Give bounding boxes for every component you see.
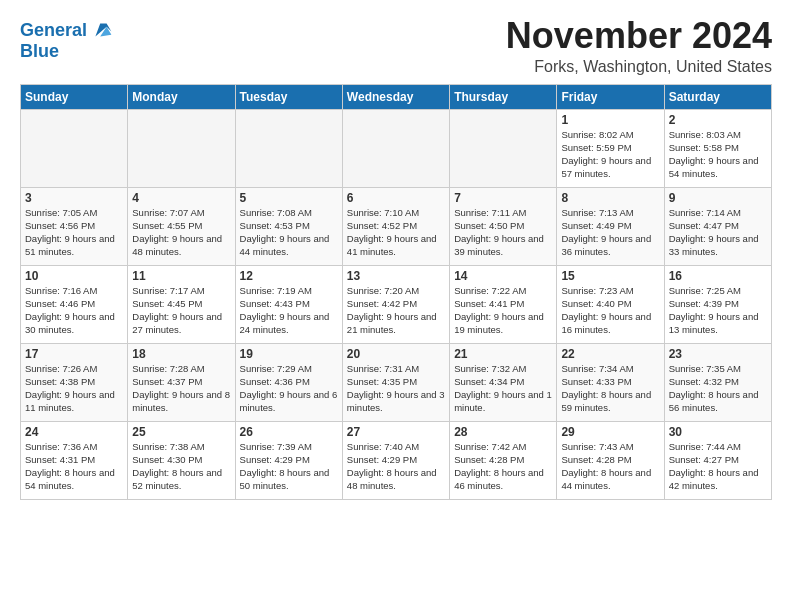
calendar-header-row: Sunday Monday Tuesday Wednesday Thursday… <box>21 84 772 109</box>
calendar-cell: 28Sunrise: 7:42 AM Sunset: 4:28 PM Dayli… <box>450 421 557 499</box>
day-detail: Sunrise: 8:02 AM Sunset: 5:59 PM Dayligh… <box>561 128 659 181</box>
calendar-cell: 25Sunrise: 7:38 AM Sunset: 4:30 PM Dayli… <box>128 421 235 499</box>
calendar-cell: 21Sunrise: 7:32 AM Sunset: 4:34 PM Dayli… <box>450 343 557 421</box>
day-detail: Sunrise: 7:43 AM Sunset: 4:28 PM Dayligh… <box>561 440 659 493</box>
day-detail: Sunrise: 7:40 AM Sunset: 4:29 PM Dayligh… <box>347 440 445 493</box>
calendar-cell: 11Sunrise: 7:17 AM Sunset: 4:45 PM Dayli… <box>128 265 235 343</box>
day-detail: Sunrise: 7:34 AM Sunset: 4:33 PM Dayligh… <box>561 362 659 415</box>
calendar-cell <box>128 109 235 187</box>
calendar-cell <box>342 109 449 187</box>
calendar-cell: 6Sunrise: 7:10 AM Sunset: 4:52 PM Daylig… <box>342 187 449 265</box>
calendar-cell: 10Sunrise: 7:16 AM Sunset: 4:46 PM Dayli… <box>21 265 128 343</box>
day-detail: Sunrise: 7:19 AM Sunset: 4:43 PM Dayligh… <box>240 284 338 337</box>
calendar-cell: 4Sunrise: 7:07 AM Sunset: 4:55 PM Daylig… <box>128 187 235 265</box>
calendar-week-5: 24Sunrise: 7:36 AM Sunset: 4:31 PM Dayli… <box>21 421 772 499</box>
calendar-cell: 20Sunrise: 7:31 AM Sunset: 4:35 PM Dayli… <box>342 343 449 421</box>
day-detail: Sunrise: 8:03 AM Sunset: 5:58 PM Dayligh… <box>669 128 767 181</box>
day-number: 24 <box>25 425 123 439</box>
day-number: 4 <box>132 191 230 205</box>
day-detail: Sunrise: 7:23 AM Sunset: 4:40 PM Dayligh… <box>561 284 659 337</box>
calendar-week-2: 3Sunrise: 7:05 AM Sunset: 4:56 PM Daylig… <box>21 187 772 265</box>
day-number: 2 <box>669 113 767 127</box>
day-detail: Sunrise: 7:10 AM Sunset: 4:52 PM Dayligh… <box>347 206 445 259</box>
day-number: 1 <box>561 113 659 127</box>
day-number: 26 <box>240 425 338 439</box>
day-number: 30 <box>669 425 767 439</box>
location-title: Forks, Washington, United States <box>506 58 772 76</box>
calendar-week-4: 17Sunrise: 7:26 AM Sunset: 4:38 PM Dayli… <box>21 343 772 421</box>
calendar-cell: 18Sunrise: 7:28 AM Sunset: 4:37 PM Dayli… <box>128 343 235 421</box>
day-number: 3 <box>25 191 123 205</box>
logo-icon <box>89 18 113 42</box>
header-tuesday: Tuesday <box>235 84 342 109</box>
day-number: 15 <box>561 269 659 283</box>
day-detail: Sunrise: 7:17 AM Sunset: 4:45 PM Dayligh… <box>132 284 230 337</box>
day-number: 18 <box>132 347 230 361</box>
day-detail: Sunrise: 7:31 AM Sunset: 4:35 PM Dayligh… <box>347 362 445 415</box>
day-number: 11 <box>132 269 230 283</box>
calendar-cell: 8Sunrise: 7:13 AM Sunset: 4:49 PM Daylig… <box>557 187 664 265</box>
title-area: November 2024 Forks, Washington, United … <box>506 16 772 76</box>
header-friday: Friday <box>557 84 664 109</box>
day-detail: Sunrise: 7:39 AM Sunset: 4:29 PM Dayligh… <box>240 440 338 493</box>
calendar-cell: 19Sunrise: 7:29 AM Sunset: 4:36 PM Dayli… <box>235 343 342 421</box>
day-number: 27 <box>347 425 445 439</box>
logo-text-line1: General <box>20 21 87 41</box>
day-detail: Sunrise: 7:07 AM Sunset: 4:55 PM Dayligh… <box>132 206 230 259</box>
calendar-cell: 12Sunrise: 7:19 AM Sunset: 4:43 PM Dayli… <box>235 265 342 343</box>
day-detail: Sunrise: 7:05 AM Sunset: 4:56 PM Dayligh… <box>25 206 123 259</box>
day-detail: Sunrise: 7:11 AM Sunset: 4:50 PM Dayligh… <box>454 206 552 259</box>
header-saturday: Saturday <box>664 84 771 109</box>
calendar-cell: 27Sunrise: 7:40 AM Sunset: 4:29 PM Dayli… <box>342 421 449 499</box>
calendar-cell: 3Sunrise: 7:05 AM Sunset: 4:56 PM Daylig… <box>21 187 128 265</box>
calendar-cell: 30Sunrise: 7:44 AM Sunset: 4:27 PM Dayli… <box>664 421 771 499</box>
calendar-cell: 22Sunrise: 7:34 AM Sunset: 4:33 PM Dayli… <box>557 343 664 421</box>
day-number: 23 <box>669 347 767 361</box>
day-number: 10 <box>25 269 123 283</box>
page: General Blue November 2024 Forks, Washin… <box>0 0 792 510</box>
calendar-cell: 14Sunrise: 7:22 AM Sunset: 4:41 PM Dayli… <box>450 265 557 343</box>
day-number: 8 <box>561 191 659 205</box>
day-number: 7 <box>454 191 552 205</box>
calendar-week-3: 10Sunrise: 7:16 AM Sunset: 4:46 PM Dayli… <box>21 265 772 343</box>
day-number: 25 <box>132 425 230 439</box>
day-detail: Sunrise: 7:20 AM Sunset: 4:42 PM Dayligh… <box>347 284 445 337</box>
logo: General Blue <box>20 20 113 62</box>
day-number: 9 <box>669 191 767 205</box>
calendar-week-1: 1Sunrise: 8:02 AM Sunset: 5:59 PM Daylig… <box>21 109 772 187</box>
calendar-table: Sunday Monday Tuesday Wednesday Thursday… <box>20 84 772 500</box>
calendar-cell: 5Sunrise: 7:08 AM Sunset: 4:53 PM Daylig… <box>235 187 342 265</box>
header-wednesday: Wednesday <box>342 84 449 109</box>
day-number: 13 <box>347 269 445 283</box>
calendar-cell <box>450 109 557 187</box>
day-detail: Sunrise: 7:38 AM Sunset: 4:30 PM Dayligh… <box>132 440 230 493</box>
day-detail: Sunrise: 7:35 AM Sunset: 4:32 PM Dayligh… <box>669 362 767 415</box>
day-detail: Sunrise: 7:25 AM Sunset: 4:39 PM Dayligh… <box>669 284 767 337</box>
day-number: 5 <box>240 191 338 205</box>
day-detail: Sunrise: 7:28 AM Sunset: 4:37 PM Dayligh… <box>132 362 230 415</box>
day-number: 12 <box>240 269 338 283</box>
day-detail: Sunrise: 7:08 AM Sunset: 4:53 PM Dayligh… <box>240 206 338 259</box>
header-thursday: Thursday <box>450 84 557 109</box>
calendar-cell: 24Sunrise: 7:36 AM Sunset: 4:31 PM Dayli… <box>21 421 128 499</box>
calendar-cell: 29Sunrise: 7:43 AM Sunset: 4:28 PM Dayli… <box>557 421 664 499</box>
calendar-cell: 7Sunrise: 7:11 AM Sunset: 4:50 PM Daylig… <box>450 187 557 265</box>
calendar-cell: 9Sunrise: 7:14 AM Sunset: 4:47 PM Daylig… <box>664 187 771 265</box>
calendar-cell: 15Sunrise: 7:23 AM Sunset: 4:40 PM Dayli… <box>557 265 664 343</box>
logo-text-line2: Blue <box>20 42 113 62</box>
calendar-cell: 26Sunrise: 7:39 AM Sunset: 4:29 PM Dayli… <box>235 421 342 499</box>
day-detail: Sunrise: 7:36 AM Sunset: 4:31 PM Dayligh… <box>25 440 123 493</box>
calendar-cell: 2Sunrise: 8:03 AM Sunset: 5:58 PM Daylig… <box>664 109 771 187</box>
calendar-cell <box>21 109 128 187</box>
calendar-cell: 13Sunrise: 7:20 AM Sunset: 4:42 PM Dayli… <box>342 265 449 343</box>
day-number: 21 <box>454 347 552 361</box>
day-number: 22 <box>561 347 659 361</box>
calendar-cell: 23Sunrise: 7:35 AM Sunset: 4:32 PM Dayli… <box>664 343 771 421</box>
day-number: 20 <box>347 347 445 361</box>
day-detail: Sunrise: 7:42 AM Sunset: 4:28 PM Dayligh… <box>454 440 552 493</box>
header: General Blue November 2024 Forks, Washin… <box>20 16 772 76</box>
day-detail: Sunrise: 7:32 AM Sunset: 4:34 PM Dayligh… <box>454 362 552 415</box>
calendar-cell: 16Sunrise: 7:25 AM Sunset: 4:39 PM Dayli… <box>664 265 771 343</box>
day-detail: Sunrise: 7:13 AM Sunset: 4:49 PM Dayligh… <box>561 206 659 259</box>
day-number: 17 <box>25 347 123 361</box>
